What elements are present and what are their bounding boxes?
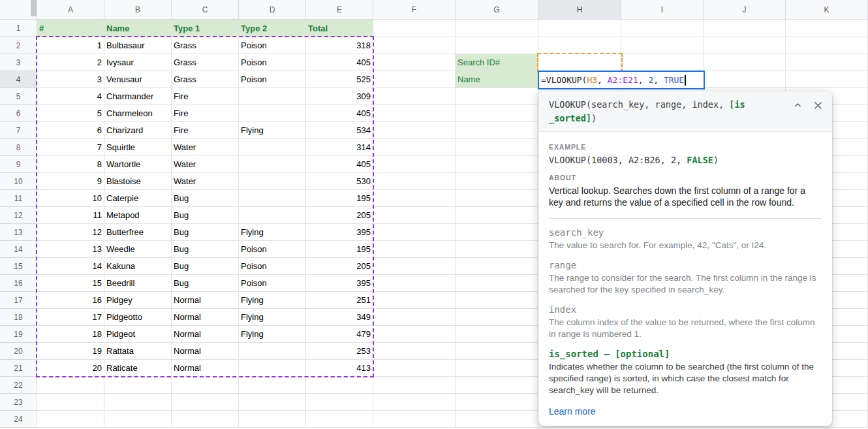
- cell-E20[interactable]: 253: [306, 343, 373, 360]
- cell-D11[interactable]: [239, 190, 306, 207]
- cell-D5[interactable]: [239, 88, 306, 105]
- cell-G14[interactable]: [456, 241, 538, 258]
- cell-C22[interactable]: [172, 377, 239, 394]
- row-header-16[interactable]: 16: [0, 275, 37, 292]
- column-header-C[interactable]: C: [172, 0, 239, 20]
- cell-C1[interactable]: Type 1: [172, 20, 239, 37]
- cell-A18[interactable]: 17: [37, 309, 104, 326]
- cell-D15[interactable]: Poison: [239, 258, 306, 275]
- cell-F18[interactable]: [373, 309, 456, 326]
- cell-C20[interactable]: Normal: [172, 343, 239, 360]
- cell-E8[interactable]: 314: [306, 139, 373, 156]
- row-header-18[interactable]: 18: [0, 309, 37, 326]
- cell-G9[interactable]: [456, 156, 538, 173]
- cell-F15[interactable]: [373, 258, 456, 275]
- learn-more-link[interactable]: Learn more: [549, 406, 596, 417]
- cell-G22[interactable]: [456, 377, 538, 394]
- cell-F19[interactable]: [373, 326, 456, 343]
- row-header-11[interactable]: 11: [0, 190, 37, 207]
- cell-A5[interactable]: 4: [37, 88, 104, 105]
- cell-C8[interactable]: Water: [172, 139, 239, 156]
- cell-H2[interactable]: [538, 37, 621, 54]
- cell-A11[interactable]: 10: [37, 190, 104, 207]
- cell-F17[interactable]: [373, 292, 456, 309]
- cell-C12[interactable]: Bug: [172, 207, 239, 224]
- cell-A1[interactable]: #: [37, 20, 104, 37]
- cell-F8[interactable]: [373, 139, 456, 156]
- cell-F22[interactable]: [373, 377, 456, 394]
- cell-G19[interactable]: [456, 326, 538, 343]
- row-header-13[interactable]: 13: [0, 224, 37, 241]
- cell-B2[interactable]: Bulbasaur: [104, 37, 172, 54]
- column-header-B[interactable]: B: [104, 0, 172, 20]
- cell-C15[interactable]: Bug: [172, 258, 239, 275]
- cell-G12[interactable]: [456, 207, 538, 224]
- cell-E11[interactable]: 195: [306, 190, 373, 207]
- cell-A12[interactable]: 11: [37, 207, 104, 224]
- cell-B10[interactable]: Blastoise: [104, 173, 172, 190]
- cell-E18[interactable]: 349: [306, 309, 373, 326]
- row-header-12[interactable]: 12: [0, 207, 37, 224]
- cell-F12[interactable]: [373, 207, 456, 224]
- cell-F24[interactable]: [373, 411, 456, 428]
- cell-K2[interactable]: [786, 37, 868, 54]
- cell-B18[interactable]: Pidgeotto: [104, 309, 172, 326]
- cell-K3[interactable]: [786, 54, 868, 71]
- cell-F1[interactable]: [373, 20, 456, 37]
- cell-B13[interactable]: Butterfree: [104, 224, 172, 241]
- close-icon[interactable]: [813, 101, 823, 110]
- column-header-E[interactable]: E: [306, 0, 373, 20]
- cell-E5[interactable]: 309: [306, 88, 373, 105]
- select-all-corner[interactable]: [0, 0, 37, 20]
- cell-C5[interactable]: Fire: [172, 88, 239, 105]
- row-header-21[interactable]: 21: [0, 360, 37, 377]
- cell-G8[interactable]: [456, 139, 538, 156]
- cell-A10[interactable]: 9: [37, 173, 104, 190]
- cell-H3[interactable]: [538, 54, 621, 71]
- row-header-1[interactable]: 1: [0, 20, 37, 37]
- cell-G17[interactable]: [456, 292, 538, 309]
- row-header-23[interactable]: 23: [0, 394, 37, 411]
- cell-F6[interactable]: [373, 105, 456, 122]
- cell-I1[interactable]: [621, 20, 704, 37]
- cell-A9[interactable]: 8: [37, 156, 104, 173]
- cell-K1[interactable]: [786, 20, 868, 37]
- row-header-19[interactable]: 19: [0, 326, 37, 343]
- column-header-J[interactable]: J: [704, 0, 786, 20]
- cell-D24[interactable]: [239, 411, 306, 428]
- cell-J1[interactable]: [704, 20, 786, 37]
- row-header-6[interactable]: 6: [0, 105, 37, 122]
- cell-A21[interactable]: 20: [37, 360, 104, 377]
- cell-D14[interactable]: Poison: [239, 241, 306, 258]
- cell-F23[interactable]: [373, 394, 456, 411]
- cell-E21[interactable]: 413: [306, 360, 373, 377]
- cell-D20[interactable]: [239, 343, 306, 360]
- cell-E14[interactable]: 195: [306, 241, 373, 258]
- cell-B4[interactable]: Venusaur: [104, 71, 172, 88]
- cell-I3[interactable]: [621, 54, 704, 71]
- cell-D1[interactable]: Type 2: [239, 20, 306, 37]
- cell-C19[interactable]: Normal: [172, 326, 239, 343]
- cell-D23[interactable]: [239, 394, 306, 411]
- row-header-5[interactable]: 5: [0, 88, 37, 105]
- cell-B1[interactable]: Name: [104, 20, 172, 37]
- cell-C13[interactable]: Bug: [172, 224, 239, 241]
- cell-J4[interactable]: [704, 71, 786, 88]
- cell-C11[interactable]: Bug: [172, 190, 239, 207]
- cell-C24[interactable]: [172, 411, 239, 428]
- row-header-15[interactable]: 15: [0, 258, 37, 275]
- cell-G11[interactable]: [456, 190, 538, 207]
- cell-E2[interactable]: 318: [306, 37, 373, 54]
- cell-B16[interactable]: Beedrill: [104, 275, 172, 292]
- cell-E4[interactable]: 525: [306, 71, 373, 88]
- cell-B19[interactable]: Pidgeot: [104, 326, 172, 343]
- cell-B6[interactable]: Charmeleon: [104, 105, 172, 122]
- cell-E6[interactable]: 405: [306, 105, 373, 122]
- column-header-G[interactable]: G: [456, 0, 538, 20]
- cell-C2[interactable]: Grass: [172, 37, 239, 54]
- cell-B9[interactable]: Wartortle: [104, 156, 172, 173]
- cell-E3[interactable]: 405: [306, 54, 373, 71]
- cell-B12[interactable]: Metapod: [104, 207, 172, 224]
- cell-E19[interactable]: 479: [306, 326, 373, 343]
- cell-E15[interactable]: 205: [306, 258, 373, 275]
